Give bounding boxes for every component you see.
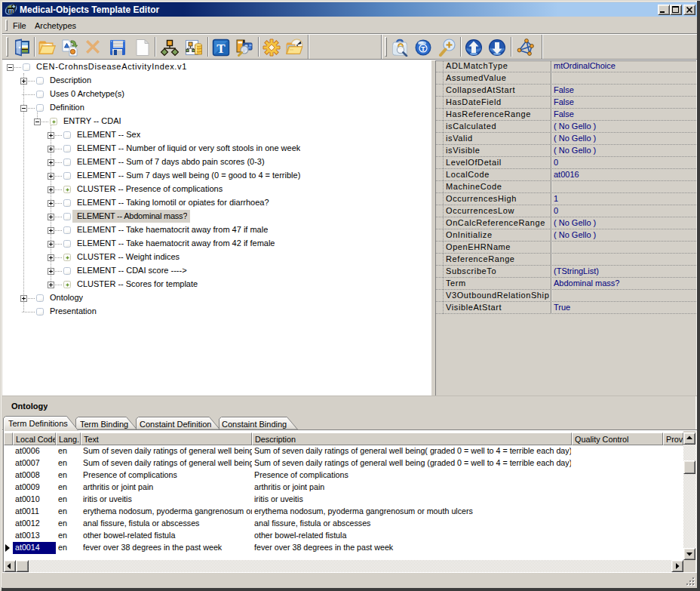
svg-text:T: T bbox=[216, 42, 226, 56]
svg-text:T: T bbox=[421, 45, 425, 53]
